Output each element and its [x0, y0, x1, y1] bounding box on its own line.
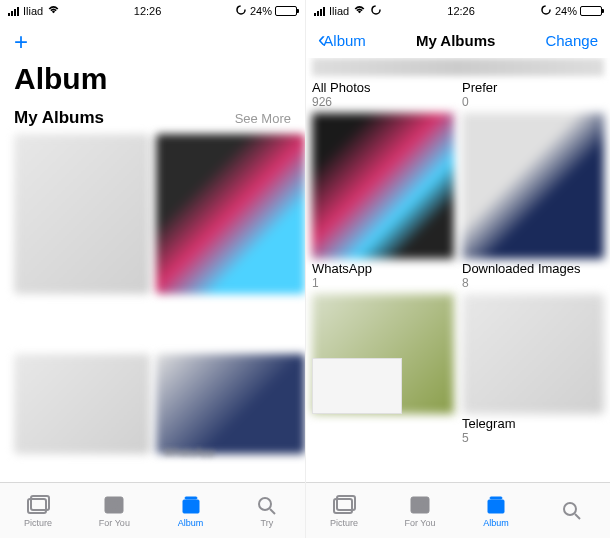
tab-label: Picture [24, 518, 52, 528]
clock: 12:26 [134, 5, 162, 17]
carrier-label: Iliad [23, 5, 43, 17]
album-thumb [462, 294, 604, 414]
album-count: 0 [462, 95, 604, 109]
screen-albums-overview: Iliad 12:26 24% + Album My Albums See Mo… [0, 0, 305, 538]
wifi-icon [353, 5, 366, 17]
heart-square-icon [101, 494, 127, 516]
svg-point-14 [564, 503, 576, 515]
back-label: Album [323, 32, 366, 49]
tab-search[interactable]: Try [229, 483, 305, 538]
carrier-label: Iliad [329, 5, 349, 17]
album-name: Downloaded Images [462, 259, 604, 276]
svg-point-6 [259, 498, 271, 510]
battery-icon [275, 6, 297, 16]
nav-title: My Albums [416, 32, 495, 49]
status-bar: Iliad 12:26 24% [0, 0, 305, 22]
change-button[interactable]: Change [545, 32, 598, 49]
back-button[interactable]: ‹ Album [318, 27, 366, 53]
svg-rect-12 [488, 500, 504, 513]
tab-bar: Picture For You Album [306, 482, 610, 538]
album-name: Telegram [462, 414, 604, 431]
album-thumb-overlay [312, 358, 402, 414]
page-title: Album [0, 60, 305, 108]
album-icon [483, 494, 509, 516]
album-name: All Photos [312, 78, 454, 95]
tab-album[interactable]: Album [458, 483, 534, 538]
album-count: 8 [462, 276, 604, 290]
tab-label: For You [99, 518, 130, 528]
album-item[interactable]: WhatsApp 1 [312, 259, 454, 290]
tab-label: Album [178, 518, 204, 528]
album-thumb[interactable] [14, 134, 150, 294]
svg-point-8 [542, 6, 550, 14]
nav-bar: ‹ Album My Albums Change [306, 22, 610, 58]
signal-icon [8, 7, 19, 16]
tab-search[interactable] [534, 483, 610, 538]
album-thumb[interactable] [156, 354, 305, 454]
album-item[interactable] [312, 414, 454, 445]
battery-icon [580, 6, 602, 16]
album-item[interactable] [462, 113, 604, 259]
tab-picture[interactable]: Picture [306, 483, 382, 538]
tab-label: Picture [330, 518, 358, 528]
albums-grid[interactable]: All Photos 926 Prefer 0 WhatsApp 1 Downl… [306, 58, 610, 482]
album-item[interactable] [312, 113, 454, 259]
svg-rect-4 [183, 500, 199, 513]
album-count: 5 [462, 431, 604, 445]
battery-pct: 24% [250, 5, 272, 17]
tab-album[interactable]: Album [153, 483, 229, 538]
section-title: My Albums [14, 108, 104, 128]
screen-my-albums: Iliad 12:26 24% ‹ Album My Albums Change… [305, 0, 610, 538]
clock: 12:26 [447, 5, 475, 17]
album-strip[interactable] [312, 58, 604, 76]
search-icon [559, 499, 585, 521]
status-bar: Iliad 12:26 24% [306, 0, 610, 22]
svg-rect-5 [185, 497, 197, 499]
photos-icon [25, 494, 51, 516]
see-more-link[interactable]: See More [235, 111, 291, 126]
album-count: 926 [312, 95, 454, 109]
album-item[interactable]: All Photos 926 [312, 78, 454, 109]
blurred-label: WhatsApp [14, 446, 305, 458]
album-name: Prefer [462, 78, 604, 95]
loading-icon [540, 4, 552, 18]
album-thumb [312, 113, 454, 259]
tab-bar: Picture For You Album Try [0, 482, 305, 538]
album-item[interactable] [312, 290, 454, 414]
heart-square-icon [407, 494, 433, 516]
svg-rect-13 [490, 497, 502, 499]
search-icon [254, 494, 280, 516]
tab-label: Album [483, 518, 509, 528]
loading-icon [235, 4, 247, 18]
album-count: 1 [312, 276, 454, 290]
loading-icon [370, 4, 382, 18]
album-item[interactable]: Downloaded Images 8 [462, 259, 604, 290]
add-button[interactable]: + [14, 28, 28, 55]
album-thumb [462, 113, 604, 259]
albums-grid[interactable]: WhatsApp [0, 134, 305, 482]
svg-point-0 [237, 6, 245, 14]
album-icon [178, 494, 204, 516]
section-header: My Albums See More [0, 108, 305, 134]
signal-icon [314, 7, 325, 16]
tab-picture[interactable]: Picture [0, 483, 76, 538]
photos-icon [331, 494, 357, 516]
album-item[interactable] [462, 290, 604, 414]
album-item[interactable]: Telegram 5 [462, 414, 604, 445]
wifi-icon [47, 5, 60, 17]
tab-label: Try [261, 518, 274, 528]
battery-pct: 24% [555, 5, 577, 17]
tab-foryou[interactable]: For You [382, 483, 458, 538]
tab-foryou[interactable]: For You [76, 483, 152, 538]
album-name [312, 414, 454, 416]
album-name: WhatsApp [312, 259, 454, 276]
album-thumb[interactable] [156, 134, 305, 294]
toolbar: + [0, 22, 305, 60]
tab-label: For You [404, 518, 435, 528]
album-item[interactable]: Prefer 0 [462, 78, 604, 109]
album-thumb[interactable] [14, 354, 150, 454]
svg-point-7 [372, 6, 380, 14]
